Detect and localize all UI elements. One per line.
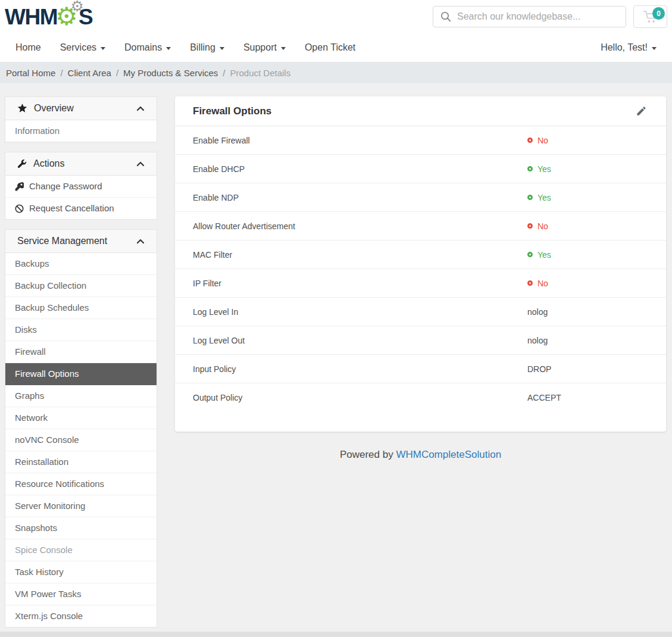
option-value: Yes: [527, 164, 648, 174]
sidebar-item-firewall[interactable]: Firewall: [5, 341, 157, 363]
search-icon: [440, 11, 452, 25]
breadcrumb-portal-home[interactable]: Portal Home: [6, 68, 55, 78]
option-value: No: [527, 136, 648, 145]
breadcrumb-separator: /: [60, 68, 62, 78]
wrench-icon: [17, 159, 27, 168]
sidebar-item-disks[interactable]: Disks: [5, 319, 157, 341]
sidebar-item-graphs[interactable]: Graphs: [5, 385, 157, 407]
breadcrumb-client-area[interactable]: Client Area: [68, 68, 111, 78]
option-value: No: [527, 221, 648, 231]
nav-item-home[interactable]: Home: [6, 42, 51, 53]
breadcrumb-my-products-services[interactable]: My Products & Services: [123, 68, 218, 78]
panel-title: Service Management: [17, 236, 107, 246]
knowledgebase-search: [433, 6, 626, 27]
sidebar-item-novnc-console[interactable]: noVNC Console: [5, 429, 157, 451]
nav-item-support[interactable]: Support: [234, 42, 295, 53]
logo-text-whm: WHM: [5, 6, 57, 28]
circle-icon: [527, 138, 533, 143]
caret-down-icon: [166, 47, 171, 50]
actions-panel-header[interactable]: Actions: [5, 152, 157, 176]
sidebar-item-firewall-options[interactable]: Firewall Options: [5, 363, 157, 385]
ban-icon: [15, 204, 24, 213]
sidebar-item-backup-collection[interactable]: Backup Collection: [5, 275, 157, 297]
logo-gears: ⚙ ⚙: [56, 3, 80, 30]
option-label: Enable NDP: [193, 193, 527, 202]
sidebar-item-snapshots[interactable]: Snapshots: [5, 517, 157, 539]
table-row: Input Policy DROP: [175, 355, 666, 383]
breadcrumb: Portal Home / Client Area / My Products …: [0, 62, 672, 83]
table-row: Enable DHCP Yes: [175, 155, 666, 183]
option-label: Input Policy: [193, 364, 527, 374]
chevron-up-icon[interactable]: [136, 239, 145, 244]
table-row: IP Filter No: [175, 269, 666, 298]
sidebar-item-task-history[interactable]: Task History: [5, 561, 157, 583]
star-icon: [17, 104, 27, 113]
firewall-options-card: Firewall Options Enable Firewall No Enab…: [175, 96, 666, 432]
edit-button[interactable]: [635, 104, 648, 118]
nav-item-open-ticket[interactable]: Open Ticket: [295, 42, 365, 53]
pencil-icon: [636, 105, 647, 117]
actions-panel: Actions Change Password Request Cancell: [5, 152, 157, 220]
breadcrumb-product-details: Product Details: [230, 68, 290, 78]
whmcs-link[interactable]: WHMCompleteSolution: [396, 449, 501, 460]
option-value: Yes: [527, 250, 648, 260]
cart-count-badge: 0: [652, 7, 665, 20]
sidebar-item-change-password[interactable]: Change Password: [5, 176, 157, 198]
circle-icon: [527, 223, 533, 229]
nav-item-services[interactable]: Services: [51, 42, 115, 53]
sidebar-item-request-cancellation[interactable]: Request Cancellation: [5, 198, 157, 219]
sidebar-item-backup-schedules[interactable]: Backup Schedules: [5, 297, 157, 319]
option-value: No: [527, 279, 648, 288]
cart-button[interactable]: 0: [633, 5, 667, 28]
sidebar-item-spice-console[interactable]: Spice Console: [5, 539, 157, 561]
gear-icon: ⚙: [71, 0, 84, 14]
table-row: Enable NDP Yes: [175, 183, 666, 212]
table-row: MAC Filter Yes: [175, 241, 666, 269]
option-label: MAC Filter: [193, 250, 527, 260]
table-row: Output Policy ACCEPT: [175, 383, 666, 412]
chevron-up-icon[interactable]: [136, 161, 145, 167]
breadcrumb-separator: /: [116, 68, 118, 78]
table-row: Enable Firewall No: [175, 126, 666, 155]
breadcrumb-separator: /: [223, 68, 225, 78]
caret-down-icon: [101, 47, 105, 50]
option-value: Yes: [527, 193, 648, 202]
panel-title: Overview: [34, 103, 74, 114]
caret-down-icon: [281, 47, 286, 50]
whmcs-client-area: WHM ⚙ ⚙ S 0 Home Services Domains: [0, 0, 672, 637]
option-value: ACCEPT: [527, 393, 648, 402]
option-value: nolog: [527, 336, 648, 345]
sidebar-item-vm-power-tasks[interactable]: VM Power Tasks: [5, 583, 157, 605]
sidebar-item-network[interactable]: Network: [5, 407, 157, 429]
sidebar-item-reinstallation[interactable]: Reinstallation: [5, 451, 157, 473]
sidebar-item-xtermjs-console[interactable]: Xterm.js Console: [5, 605, 157, 627]
option-label: Allow Router Advertisement: [193, 221, 527, 231]
service-management-panel-header[interactable]: Service Management: [5, 230, 157, 253]
option-label: IP Filter: [193, 279, 527, 288]
circle-icon: [527, 252, 533, 257]
table-row: Allow Router Advertisement No: [175, 212, 666, 241]
search-input[interactable]: [433, 6, 626, 27]
caret-down-icon: [220, 47, 224, 50]
option-label: Log Level In: [193, 307, 527, 317]
panel-title: Actions: [33, 158, 64, 169]
powered-by-text: Powered by: [340, 449, 393, 460]
sidebar-item-backups[interactable]: Backups: [5, 253, 157, 275]
option-value: DROP: [527, 364, 648, 374]
main-navigation: Home Services Domains Billing Support Op…: [0, 33, 672, 62]
account-menu[interactable]: Hello, Test!: [601, 42, 666, 53]
key-icon: [15, 182, 24, 191]
sidebar-item-information[interactable]: Information: [5, 120, 157, 142]
option-label: Enable Firewall: [193, 136, 527, 145]
sidebar-item-resource-notifications[interactable]: Resource Notifications: [5, 473, 157, 495]
whmcs-logo[interactable]: WHM ⚙ ⚙ S: [5, 3, 92, 30]
sidebar-item-server-monitoring[interactable]: Server Monitoring: [5, 495, 157, 517]
overview-panel-header[interactable]: Overview: [5, 97, 157, 120]
nav-item-domains[interactable]: Domains: [115, 42, 180, 53]
card-header: Firewall Options: [175, 96, 666, 126]
table-row: Log Level In nolog: [175, 298, 666, 326]
content-area: Overview Information Actions: [0, 83, 672, 632]
nav-item-billing[interactable]: Billing: [180, 42, 234, 53]
chevron-up-icon[interactable]: [136, 106, 145, 111]
option-label: Output Policy: [193, 393, 527, 402]
